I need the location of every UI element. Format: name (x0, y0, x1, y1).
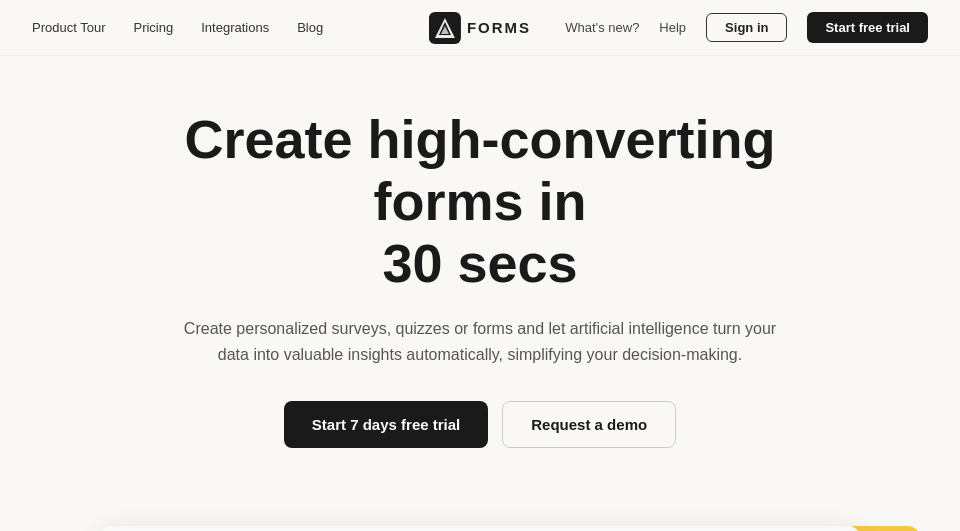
preview-tabs: ☰ Content ✦ Design ⚙ Settings (100, 526, 860, 531)
hero-subtext: Create personalized surveys, quizzes or … (170, 316, 790, 367)
nav-help[interactable]: Help (659, 20, 686, 35)
app-preview: ☰ Content ✦ Design ⚙ Settings WELCOME SC… (40, 526, 920, 531)
hero-buttons: Start 7 days free trial Request a demo (40, 401, 920, 448)
hero-heading: Create high-converting forms in 30 secs (105, 108, 855, 294)
nav-whats-new[interactable]: What's new? (565, 20, 639, 35)
hero-section: Create high-converting forms in 30 secs … (0, 56, 960, 526)
navbar: Product Tour Pricing Integrations Blog F… (0, 0, 960, 56)
logo-icon (429, 12, 461, 44)
signin-button[interactable]: Sign in (706, 13, 787, 42)
logo[interactable]: FORMS (429, 12, 531, 44)
logo-text: FORMS (467, 19, 531, 36)
start-trial-button[interactable]: Start 7 days free trial (284, 401, 488, 448)
nav-product-tour[interactable]: Product Tour (32, 20, 105, 35)
nav-pricing[interactable]: Pricing (133, 20, 173, 35)
start-free-trial-nav-button[interactable]: Start free trial (807, 12, 928, 43)
nav-blog[interactable]: Blog (297, 20, 323, 35)
nav-left: Product Tour Pricing Integrations Blog (32, 20, 323, 35)
nav-right: What's new? Help Sign in Start free tria… (565, 12, 928, 43)
request-demo-button[interactable]: Request a demo (502, 401, 676, 448)
nav-integrations[interactable]: Integrations (201, 20, 269, 35)
preview-window: ☰ Content ✦ Design ⚙ Settings WELCOME SC… (100, 526, 860, 531)
